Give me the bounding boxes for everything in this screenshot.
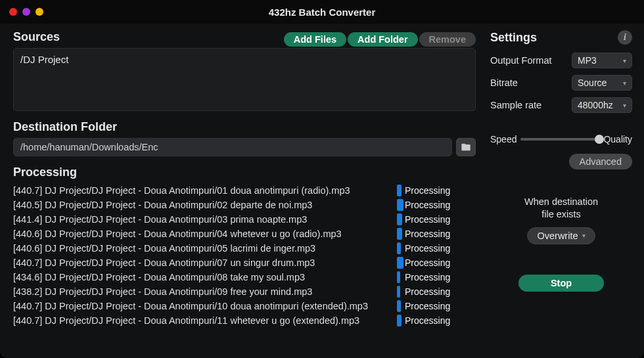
titlebar: 432hz Batch Converter: [0, 0, 644, 24]
destination-input[interactable]: [13, 138, 452, 156]
processing-filename: [440.7] DJ Project/DJ Project - Doua Ano…: [13, 185, 390, 196]
stop-button[interactable]: Stop: [518, 275, 604, 292]
overwrite-value: Overwrite: [537, 231, 578, 241]
processing-status-label: Processing: [405, 214, 450, 225]
chevron-down-icon: ▾: [623, 79, 626, 87]
processing-filename: [440.5] DJ Project/DJ Project - Doua Ano…: [13, 200, 390, 210]
processing-status-label: Processing: [405, 243, 450, 254]
processing-filename: [438.2] DJ Project/DJ Project - Doua Ano…: [13, 286, 390, 297]
processing-row: [441.4] DJ Project/DJ Project - Doua Ano…: [13, 212, 476, 227]
app-window: 432hz Batch Converter Sources Add Files …: [0, 0, 644, 358]
sample-rate-select[interactable]: 48000hz ▾: [572, 97, 632, 113]
processing-status-label: Processing: [405, 272, 450, 282]
sources-list[interactable]: /DJ Project: [13, 48, 476, 111]
processing-row: [440.6] DJ Project/DJ Project - Doua Ano…: [13, 227, 476, 241]
processing-progress: Processing: [397, 271, 476, 283]
processing-progress: Processing: [397, 315, 476, 326]
sample-rate-label: Sample rate: [490, 100, 541, 110]
processing-progress: Processing: [397, 257, 476, 269]
processing-row: [438.2] DJ Project/DJ Project - Doua Ano…: [13, 284, 476, 299]
processing-list: [440.7] DJ Project/DJ Project - Doua Ano…: [13, 183, 476, 347]
remove-button[interactable]: Remove: [419, 32, 476, 47]
folder-icon: [461, 142, 471, 152]
processing-status-label: Processing: [405, 185, 450, 196]
processing-filename: [441.4] DJ Project/DJ Project - Doua Ano…: [13, 214, 390, 225]
destination-title: Destination Folder: [13, 120, 476, 134]
quality-label: Quality: [603, 134, 632, 145]
processing-filename: [440.7] DJ Project/DJ Project - Doua Ano…: [13, 257, 390, 268]
bitrate-label: Bitrate: [490, 78, 518, 88]
processing-filename: [434.6] DJ Project/DJ Project - Doua Ano…: [13, 272, 390, 282]
bitrate-select[interactable]: Source ▾: [572, 75, 632, 91]
window-title: 432hz Batch Converter: [0, 7, 644, 18]
info-icon[interactable]: i: [618, 30, 632, 45]
processing-filename: [440.6] DJ Project/DJ Project - Doua Ano…: [13, 243, 390, 254]
slider-thumb[interactable]: [595, 135, 604, 144]
processing-status-label: Processing: [405, 200, 450, 210]
output-format-label: Output Format: [490, 55, 551, 66]
processing-progress: Processing: [397, 185, 476, 196]
processing-row: [440.7] DJ Project/DJ Project - Doua Ano…: [13, 299, 476, 313]
speed-label: Speed: [490, 134, 517, 145]
add-folder-button[interactable]: Add Folder: [348, 32, 418, 47]
processing-progress: Processing: [397, 300, 476, 312]
processing-filename: [440.7] DJ Project/DJ Project - Doua Ano…: [13, 301, 390, 311]
processing-status-label: Processing: [405, 257, 450, 268]
processing-progress: Processing: [397, 286, 476, 298]
sample-rate-value: 48000hz: [578, 100, 613, 110]
processing-row: [440.7] DJ Project/DJ Project - Doua Ano…: [13, 313, 476, 328]
processing-progress: Processing: [397, 213, 476, 225]
processing-progress: Processing: [397, 199, 476, 211]
processing-status-label: Processing: [405, 229, 450, 239]
output-format-value: MP3: [578, 55, 597, 66]
processing-row: [434.6] DJ Project/DJ Project - Doua Ano…: [13, 270, 476, 284]
processing-row: [440.5] DJ Project/DJ Project - Doua Ano…: [13, 198, 476, 212]
sources-title: Sources: [13, 30, 60, 44]
processing-row: [440.6] DJ Project/DJ Project - Doua Ano…: [13, 241, 476, 256]
settings-title: Settings: [490, 31, 537, 45]
processing-row: [440.7] DJ Project/DJ Project - Doua Ano…: [13, 183, 476, 198]
processing-status-label: Processing: [405, 286, 450, 297]
processing-status-label: Processing: [405, 301, 450, 311]
processing-filename: [440.6] DJ Project/DJ Project - Doua Ano…: [13, 229, 390, 239]
add-files-button[interactable]: Add Files: [284, 32, 346, 47]
overwrite-select[interactable]: Overwrite ▾: [527, 227, 595, 244]
output-format-select[interactable]: MP3 ▾: [572, 53, 632, 68]
processing-title: Processing: [13, 166, 476, 179]
processing-row: [440.7] DJ Project/DJ Project - Doua Ano…: [13, 256, 476, 270]
chevron-down-icon: ▾: [623, 102, 626, 109]
speed-quality-slider[interactable]: [520, 138, 599, 141]
browse-folder-button[interactable]: [456, 138, 476, 156]
processing-status-label: Processing: [405, 315, 450, 326]
destination-exists-label: When destination file exists: [490, 196, 632, 221]
advanced-button[interactable]: Advanced: [569, 154, 633, 169]
chevron-down-icon: ▾: [582, 232, 586, 239]
source-item[interactable]: /DJ Project: [20, 54, 469, 65]
processing-progress: Processing: [397, 242, 476, 254]
processing-progress: Processing: [397, 228, 476, 240]
chevron-down-icon: ▾: [623, 57, 626, 64]
bitrate-value: Source: [578, 78, 607, 88]
processing-filename: [440.7] DJ Project/DJ Project - Doua Ano…: [13, 315, 390, 326]
